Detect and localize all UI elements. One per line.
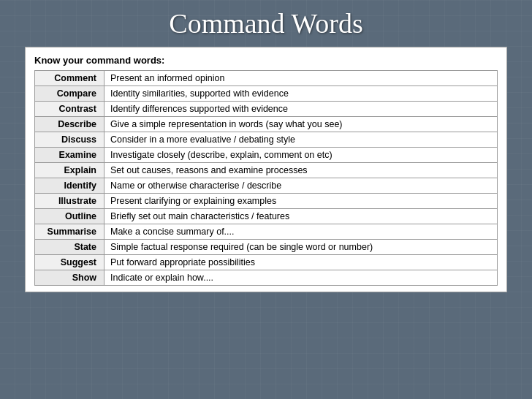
term-cell: State [35,240,104,255]
definition-cell: Identity similarities, supported with ev… [104,86,498,102]
term-cell: Show [35,270,104,286]
definition-cell: Consider in a more evaluative / debating… [104,132,498,148]
term-cell: Examine [35,148,104,163]
table-row: DescribeGive a simple representation in … [35,117,498,132]
term-cell: Summarise [35,224,104,240]
definition-cell: Set out causes, reasons and examine proc… [104,163,498,178]
content-card: Know your command words: CommentPresent … [25,47,507,292]
table-row: ContrastIdentify differences supported w… [35,102,498,117]
table-row: OutlineBriefly set out main characterist… [35,209,498,224]
table-row: StateSimple factual response required (c… [35,240,498,255]
definition-cell: Make a concise summary of.... [104,224,498,240]
term-cell: Contrast [35,102,104,117]
definition-cell: Name or otherwise characterise / describ… [104,178,498,194]
table-row: ShowIndicate or explain how.... [35,270,498,286]
table-row: IllustratePresent clarifying or explaini… [35,194,498,209]
term-cell: Comment [35,71,104,86]
table-row: SummariseMake a concise summary of.... [35,224,498,240]
command-words-table: CommentPresent an informed opinionCompar… [34,70,498,286]
table-row: SuggestPut forward appropriate possibili… [35,255,498,270]
table-row: DiscussConsider in a more evaluative / d… [35,132,498,148]
definition-cell: Give a simple representation in words (s… [104,117,498,132]
term-cell: Compare [35,86,104,102]
table-row: ExplainSet out causes, reasons and exami… [35,163,498,178]
term-cell: Discuss [35,132,104,148]
table-row: CompareIdentity similarities, supported … [35,86,498,102]
table-row: ExamineInvestigate closely (describe, ex… [35,148,498,163]
term-cell: Describe [35,117,104,132]
definition-cell: Present an informed opinion [104,71,498,86]
term-cell: Explain [35,163,104,178]
definition-cell: Simple factual response required (can be… [104,240,498,255]
term-cell: Suggest [35,255,104,270]
page-title: Command Words [15,7,517,39]
table-row: IdentifyName or otherwise characterise /… [35,178,498,194]
definition-cell: Present clarifying or explaining example… [104,194,498,209]
intro-text: Know your command words: [34,55,498,66]
definition-cell: Put forward appropriate possibilities [104,255,498,270]
term-cell: Outline [35,209,104,224]
definition-cell: Indicate or explain how.... [104,270,498,286]
term-cell: Identify [35,178,104,194]
term-cell: Illustrate [35,194,104,209]
definition-cell: Identify differences supported with evid… [104,102,498,117]
definition-cell: Investigate closely (describe, explain, … [104,148,498,163]
table-row: CommentPresent an informed opinion [35,71,498,86]
definition-cell: Briefly set out main characteristics / f… [104,209,498,224]
